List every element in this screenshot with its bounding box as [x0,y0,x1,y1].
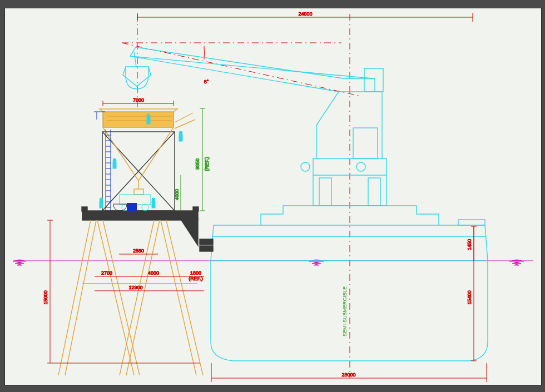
svg-point-78 [179,131,182,135]
dimension-hopper-height: 9850 (REF.) 4000 [174,108,210,211]
svg-rect-81 [100,201,103,208]
svg-point-82 [152,198,155,201]
svg-text:2580: 2580 [133,248,144,254]
dimension-pile-spacing: 2700 4000 1800 (REF.) 12900 [95,270,204,291]
svg-text:15000: 15000 [43,290,48,304]
svg-text:1800: 1800 [190,270,201,276]
dimension-vessel-span: 28000 [211,363,487,382]
barge-hull [123,47,488,361]
dock-piles [58,220,203,375]
svg-text:4000: 4000 [148,270,159,276]
svg-line-26 [130,56,372,78]
svg-point-28 [301,162,310,171]
weigh-pot [113,204,127,211]
svg-marker-2 [15,262,24,264]
svg-rect-30 [458,220,485,225]
svg-line-27 [134,52,136,67]
svg-rect-38 [200,239,213,245]
svg-rect-25 [364,68,383,92]
svg-text:1450: 1450 [467,239,472,250]
svg-text:(REF.): (REF.) [204,157,210,171]
svg-marker-9 [514,264,519,265]
drawing-frame: 24000 8° [4,8,542,385]
dimension-top-span: 24000 [137,11,473,22]
svg-rect-85 [113,162,116,168]
dimension-dock-gap: 2580 [119,248,158,254]
svg-marker-8 [512,262,521,264]
svg-text:SEMI-SUBMERGIBLE: SEMI-SUBMERGIBLE [342,286,348,336]
svg-text:9850: 9850 [195,158,200,170]
svg-rect-83 [152,201,155,208]
svg-rect-77 [147,117,150,124]
svg-rect-41 [134,189,143,195]
svg-rect-23 [368,178,380,206]
dimension-pile-height: 15000 [43,220,200,363]
svg-text:(REF.): (REF.) [189,276,203,281]
svg-point-80 [100,198,103,201]
svg-rect-37 [193,207,199,211]
svg-rect-36 [82,207,87,211]
vessel-note: SEMI-SUBMERGIBLE [342,286,348,336]
boom-angle: 8° [204,46,209,85]
svg-text:2700: 2700 [101,270,112,276]
pump-unit [127,203,137,211]
svg-marker-5 [312,262,321,264]
svg-text:12900: 12900 [128,285,142,290]
cad-drawing[interactable]: 24000 8° [5,8,541,385]
svg-rect-20 [313,158,387,206]
svg-text:8°: 8° [204,79,209,85]
svg-rect-34 [82,211,198,219]
svg-rect-79 [179,135,182,141]
human-figures [100,114,182,208]
svg-rect-39 [200,246,213,251]
svg-rect-75 [127,203,137,211]
svg-text:15400: 15400 [467,290,472,304]
svg-marker-6 [314,264,319,265]
svg-point-76 [147,114,150,117]
svg-point-74 [142,204,148,211]
svg-text:4000: 4000 [174,189,180,200]
svg-point-84 [113,158,116,162]
svg-rect-22 [319,178,331,206]
dimension-hull-depth: 15400 1450 [467,226,477,361]
svg-point-29 [356,162,365,171]
hopper-tower-frame [82,132,213,251]
svg-text:7000: 7000 [133,97,144,103]
dimension-hopper-width: 7000 [103,97,174,106]
svg-marker-40 [103,112,174,127]
svg-text:28000: 28000 [341,372,355,378]
centerlines [122,14,361,378]
svg-marker-3 [17,264,22,265]
dim-top-value: 24000 [298,11,312,17]
svg-rect-24 [353,128,378,158]
